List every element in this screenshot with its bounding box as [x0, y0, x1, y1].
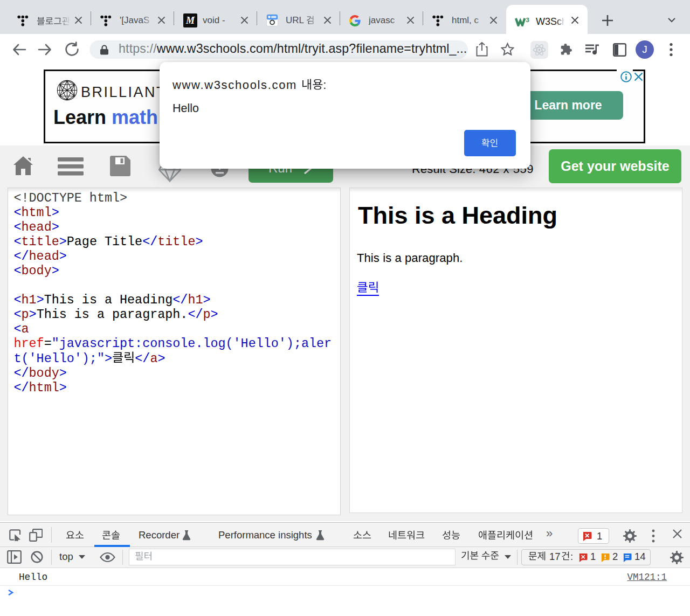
svg-text:M: M [185, 15, 195, 26]
svg-text:3: 3 [526, 17, 529, 23]
